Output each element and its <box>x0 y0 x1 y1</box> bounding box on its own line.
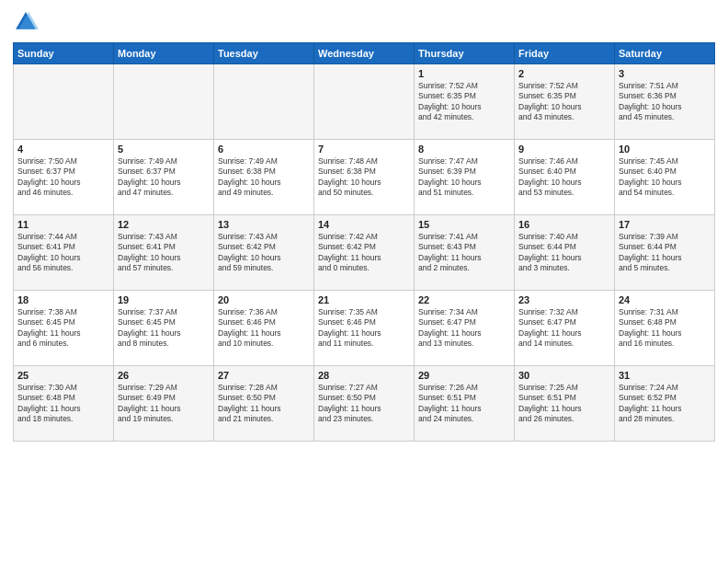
day-info: Sunrise: 7:31 AM Sunset: 6:48 PM Dayligh… <box>619 307 711 350</box>
calendar-cell: 2Sunrise: 7:52 AM Sunset: 6:35 PM Daylig… <box>515 64 615 140</box>
calendar-cell: 8Sunrise: 7:47 AM Sunset: 6:39 PM Daylig… <box>415 140 515 215</box>
day-info: Sunrise: 7:24 AM Sunset: 6:52 PM Dayligh… <box>619 383 711 425</box>
calendar-cell <box>114 64 214 140</box>
calendar-cell: 5Sunrise: 7:49 AM Sunset: 6:37 PM Daylig… <box>114 140 214 215</box>
calendar-header-row: SundayMondayTuesdayWednesdayThursdayFrid… <box>14 43 715 64</box>
calendar-header-thursday: Thursday <box>415 43 515 64</box>
calendar-cell: 24Sunrise: 7:31 AM Sunset: 6:48 PM Dayli… <box>615 291 715 366</box>
day-number: 4 <box>17 144 109 155</box>
calendar-cell: 29Sunrise: 7:26 AM Sunset: 6:51 PM Dayli… <box>415 366 515 442</box>
day-info: Sunrise: 7:48 AM Sunset: 6:38 PM Dayligh… <box>318 156 410 199</box>
calendar-header-sunday: Sunday <box>14 43 114 64</box>
day-info: Sunrise: 7:26 AM Sunset: 6:51 PM Dayligh… <box>418 383 510 425</box>
day-number: 13 <box>218 219 310 230</box>
day-number: 18 <box>17 294 109 305</box>
day-info: Sunrise: 7:41 AM Sunset: 6:43 PM Dayligh… <box>418 232 510 274</box>
day-number: 22 <box>418 294 510 305</box>
day-info: Sunrise: 7:49 AM Sunset: 6:37 PM Dayligh… <box>118 156 210 199</box>
calendar-cell: 23Sunrise: 7:32 AM Sunset: 6:47 PM Dayli… <box>515 291 615 366</box>
day-info: Sunrise: 7:29 AM Sunset: 6:49 PM Dayligh… <box>118 383 210 425</box>
calendar-week-row: 25Sunrise: 7:30 AM Sunset: 6:48 PM Dayli… <box>14 366 715 442</box>
calendar-cell: 9Sunrise: 7:46 AM Sunset: 6:40 PM Daylig… <box>515 140 615 215</box>
day-number: 8 <box>418 144 510 155</box>
logo <box>13 9 42 35</box>
day-info: Sunrise: 7:27 AM Sunset: 6:50 PM Dayligh… <box>318 383 410 425</box>
calendar-cell: 3Sunrise: 7:51 AM Sunset: 6:36 PM Daylig… <box>615 64 715 140</box>
day-info: Sunrise: 7:39 AM Sunset: 6:44 PM Dayligh… <box>619 232 711 274</box>
calendar-cell: 26Sunrise: 7:29 AM Sunset: 6:49 PM Dayli… <box>114 366 214 442</box>
calendar-cell: 13Sunrise: 7:43 AM Sunset: 6:42 PM Dayli… <box>214 215 314 291</box>
calendar-header-monday: Monday <box>114 43 214 64</box>
day-info: Sunrise: 7:46 AM Sunset: 6:40 PM Dayligh… <box>518 156 610 199</box>
day-info: Sunrise: 7:28 AM Sunset: 6:50 PM Dayligh… <box>218 383 310 425</box>
day-info: Sunrise: 7:49 AM Sunset: 6:38 PM Dayligh… <box>218 156 310 199</box>
day-info: Sunrise: 7:51 AM Sunset: 6:36 PM Dayligh… <box>619 81 711 123</box>
calendar-table: SundayMondayTuesdayWednesdayThursdayFrid… <box>13 42 715 442</box>
day-info: Sunrise: 7:43 AM Sunset: 6:41 PM Dayligh… <box>118 232 210 274</box>
calendar-cell: 10Sunrise: 7:45 AM Sunset: 6:40 PM Dayli… <box>615 140 715 215</box>
calendar-cell: 21Sunrise: 7:35 AM Sunset: 6:46 PM Dayli… <box>314 291 415 366</box>
day-number: 12 <box>118 219 210 230</box>
calendar-cell: 30Sunrise: 7:25 AM Sunset: 6:51 PM Dayli… <box>515 366 615 442</box>
day-number: 10 <box>619 144 711 155</box>
day-number: 31 <box>619 370 711 381</box>
day-number: 17 <box>619 219 711 230</box>
calendar-cell: 28Sunrise: 7:27 AM Sunset: 6:50 PM Dayli… <box>314 366 415 442</box>
calendar-cell: 27Sunrise: 7:28 AM Sunset: 6:50 PM Dayli… <box>214 366 314 442</box>
calendar-cell: 12Sunrise: 7:43 AM Sunset: 6:41 PM Dayli… <box>114 215 214 291</box>
calendar-cell: 22Sunrise: 7:34 AM Sunset: 6:47 PM Dayli… <box>415 291 515 366</box>
day-number: 11 <box>17 219 109 230</box>
calendar-cell: 15Sunrise: 7:41 AM Sunset: 6:43 PM Dayli… <box>415 215 515 291</box>
calendar-cell: 18Sunrise: 7:38 AM Sunset: 6:45 PM Dayli… <box>14 291 114 366</box>
day-info: Sunrise: 7:52 AM Sunset: 6:35 PM Dayligh… <box>518 81 610 123</box>
calendar-cell: 25Sunrise: 7:30 AM Sunset: 6:48 PM Dayli… <box>14 366 114 442</box>
day-info: Sunrise: 7:32 AM Sunset: 6:47 PM Dayligh… <box>518 307 610 350</box>
calendar-cell: 6Sunrise: 7:49 AM Sunset: 6:38 PM Daylig… <box>214 140 314 215</box>
day-number: 15 <box>418 219 510 230</box>
day-number: 20 <box>218 294 310 305</box>
calendar-cell: 17Sunrise: 7:39 AM Sunset: 6:44 PM Dayli… <box>615 215 715 291</box>
day-info: Sunrise: 7:30 AM Sunset: 6:48 PM Dayligh… <box>17 383 109 425</box>
day-number: 3 <box>619 68 711 79</box>
day-info: Sunrise: 7:35 AM Sunset: 6:46 PM Dayligh… <box>318 307 410 350</box>
day-info: Sunrise: 7:50 AM Sunset: 6:37 PM Dayligh… <box>17 156 109 199</box>
calendar-header-friday: Friday <box>515 43 615 64</box>
calendar-cell: 31Sunrise: 7:24 AM Sunset: 6:52 PM Dayli… <box>615 366 715 442</box>
day-number: 16 <box>518 219 610 230</box>
day-info: Sunrise: 7:47 AM Sunset: 6:39 PM Dayligh… <box>418 156 510 199</box>
day-number: 25 <box>17 370 109 381</box>
day-info: Sunrise: 7:42 AM Sunset: 6:42 PM Dayligh… <box>318 232 410 274</box>
day-info: Sunrise: 7:36 AM Sunset: 6:46 PM Dayligh… <box>218 307 310 350</box>
calendar-cell: 19Sunrise: 7:37 AM Sunset: 6:45 PM Dayli… <box>114 291 214 366</box>
day-info: Sunrise: 7:45 AM Sunset: 6:40 PM Dayligh… <box>619 156 711 199</box>
day-number: 27 <box>218 370 310 381</box>
day-info: Sunrise: 7:37 AM Sunset: 6:45 PM Dayligh… <box>118 307 210 350</box>
logo-icon <box>13 9 39 35</box>
day-number: 1 <box>418 68 510 79</box>
day-info: Sunrise: 7:25 AM Sunset: 6:51 PM Dayligh… <box>518 383 610 425</box>
day-info: Sunrise: 7:38 AM Sunset: 6:45 PM Dayligh… <box>17 307 109 350</box>
day-info: Sunrise: 7:34 AM Sunset: 6:47 PM Dayligh… <box>418 307 510 350</box>
day-number: 24 <box>619 294 711 305</box>
calendar-cell: 7Sunrise: 7:48 AM Sunset: 6:38 PM Daylig… <box>314 140 415 215</box>
day-number: 30 <box>518 370 610 381</box>
calendar-week-row: 4Sunrise: 7:50 AM Sunset: 6:37 PM Daylig… <box>14 140 715 215</box>
day-number: 6 <box>218 144 310 155</box>
calendar-header-wednesday: Wednesday <box>314 43 415 64</box>
calendar-cell: 14Sunrise: 7:42 AM Sunset: 6:42 PM Dayli… <box>314 215 415 291</box>
day-number: 28 <box>318 370 410 381</box>
day-number: 5 <box>118 144 210 155</box>
calendar-header-tuesday: Tuesday <box>214 43 314 64</box>
page: SundayMondayTuesdayWednesdayThursdayFrid… <box>0 0 728 563</box>
day-info: Sunrise: 7:52 AM Sunset: 6:35 PM Dayligh… <box>418 81 510 123</box>
day-number: 7 <box>318 144 410 155</box>
calendar-cell <box>14 64 114 140</box>
calendar-week-row: 1Sunrise: 7:52 AM Sunset: 6:35 PM Daylig… <box>14 64 715 140</box>
day-number: 29 <box>418 370 510 381</box>
day-info: Sunrise: 7:43 AM Sunset: 6:42 PM Dayligh… <box>218 232 310 274</box>
day-number: 23 <box>518 294 610 305</box>
calendar-week-row: 18Sunrise: 7:38 AM Sunset: 6:45 PM Dayli… <box>14 291 715 366</box>
calendar-cell: 20Sunrise: 7:36 AM Sunset: 6:46 PM Dayli… <box>214 291 314 366</box>
day-info: Sunrise: 7:40 AM Sunset: 6:44 PM Dayligh… <box>518 232 610 274</box>
day-info: Sunrise: 7:44 AM Sunset: 6:41 PM Dayligh… <box>17 232 109 274</box>
